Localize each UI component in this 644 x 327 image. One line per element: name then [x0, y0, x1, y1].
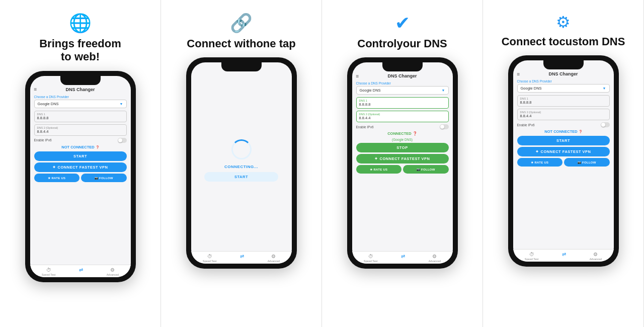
link-icon: 🔗: [230, 14, 253, 32]
dns-select-4[interactable]: Google DNS ▼: [517, 84, 610, 93]
hamburger-icon-4: ≡: [517, 71, 520, 77]
rate-us-button-1[interactable]: ★ RATE US: [34, 174, 80, 182]
notch-1: [60, 76, 101, 85]
ipv6-toggle-4[interactable]: [601, 122, 610, 127]
status-3: CONNECTED ❓: [356, 131, 449, 136]
start-button-4[interactable]: START: [517, 136, 610, 145]
connect-fastest-3[interactable]: ✦ CONNECT FASTEST VPN: [356, 154, 449, 164]
ipv6-toggle-1[interactable]: [118, 138, 127, 143]
speed-test-tab-4[interactable]: ⏱ Speed Test: [525, 252, 538, 261]
ipv6-row-1: Enable IPv6: [34, 138, 127, 143]
advanced-tab-1[interactable]: ⚙ Advanced: [107, 267, 119, 276]
hamburger-icon-3: ≡: [356, 73, 359, 79]
panel-title-3: Controlyour DNS: [357, 37, 447, 50]
ipv6-row-4: Enable IPv6: [517, 122, 610, 127]
dns1-field-3: DNS 1 8.8.8.8: [356, 97, 449, 109]
notch-3: [382, 62, 423, 71]
dropdown-arrow-4: ▼: [603, 87, 606, 90]
speed-test-tab-2[interactable]: ⏱ Speed Test: [203, 254, 216, 263]
start-button-2[interactable]: START: [204, 172, 278, 182]
status-sub-3: (Google DNS): [356, 138, 449, 141]
connecting-text: CONNECTING...: [224, 165, 258, 169]
bottom-bar-4: ⏱ Speed Test ⇌ ⚙ Advanced: [513, 249, 614, 262]
rate-us-button-4[interactable]: ★ RATE US: [517, 158, 563, 167]
bottom-bar-3: ⏱ Speed Test ⇌ ⚙ Advanced: [352, 251, 453, 264]
checkmark-icon: ✔: [395, 14, 410, 32]
dns-select-1[interactable]: Google DNS ▼: [34, 100, 127, 108]
phone-mockup-4: ≡ DNS Changer Choose a DNS Provider Goog…: [508, 55, 619, 267]
dns-select-3[interactable]: Google DNS ▼: [356, 86, 449, 95]
start-button-1[interactable]: START: [34, 151, 127, 161]
dns-provider-label-3: Choose a DNS Provider: [356, 81, 449, 85]
notch-4: [543, 60, 584, 69]
panel-connect: 🔗 Connect withone tap CONNECTING... STAR…: [161, 0, 322, 327]
home-tab-1[interactable]: ⇌: [79, 267, 83, 276]
panel-title-1: Brings freedomto web!: [39, 37, 121, 64]
advanced-tab-4[interactable]: ⚙ Advanced: [590, 252, 602, 261]
notch-2: [221, 62, 262, 71]
status-4: NOT CONNECTED ❓: [517, 129, 610, 134]
follow-button-1[interactable]: 📷 FOLLOW: [81, 174, 127, 182]
dropdown-arrow-3: ▼: [442, 89, 445, 92]
phone-mockup-2: CONNECTING... START ⏱ Speed Test ⇌ ⚙ Adv…: [186, 57, 297, 269]
loading-spinner: [231, 139, 252, 159]
dropdown-arrow-1: ▼: [120, 102, 123, 106]
rate-follow-row-4: ★ RATE US 📷 FOLLOW: [517, 158, 610, 167]
ipv6-row-3: Enable IPv6: [356, 124, 449, 129]
rate-follow-row-1: ★ RATE US 📷 FOLLOW: [34, 174, 127, 182]
rate-us-button-3[interactable]: ★ RATE US: [356, 165, 402, 174]
rate-follow-row-3: ★ RATE US 📷 FOLLOW: [356, 165, 449, 174]
screen-3: ≡ DNS Changer Choose a DNS Provider Goog…: [352, 62, 453, 251]
speed-test-tab-1[interactable]: ⏱ Speed Test: [42, 267, 55, 276]
connecting-screen: CONNECTING... START: [191, 62, 292, 251]
follow-button-4[interactable]: 📷 FOLLOW: [564, 158, 610, 167]
connect-fastest-4[interactable]: ✦ CONNECT FASTEST VPN: [517, 147, 610, 156]
phone-mockup-3: ≡ DNS Changer Choose a DNS Provider Goog…: [347, 57, 458, 269]
dns2-field-4: DNS 2 (Optional) 8.8.4.4: [517, 109, 610, 120]
ipv6-toggle-3[interactable]: [440, 124, 449, 129]
home-tab-3[interactable]: ⇌: [401, 254, 405, 263]
settings-icon: ⚙: [556, 14, 571, 30]
bottom-bar-1: ⏱ Speed Test ⇌ ⚙ Advanced: [30, 265, 131, 277]
dns1-field-1: DNS 1 8.8.8.8: [34, 111, 127, 122]
stop-button[interactable]: STOP: [356, 143, 449, 152]
home-tab-2[interactable]: ⇌: [240, 254, 244, 263]
screen-title-3: DNS Changer: [387, 73, 417, 78]
screen-4: ≡ DNS Changer Choose a DNS Provider Goog…: [513, 60, 614, 249]
dns1-field-4: DNS 1 8.8.8.8: [517, 95, 610, 107]
advanced-tab-3[interactable]: ⚙ Advanced: [429, 254, 441, 263]
hamburger-icon-1: ≡: [34, 87, 37, 92]
speed-test-tab-3[interactable]: ⏱ Speed Test: [364, 254, 377, 263]
panel-title-2: Connect withone tap: [187, 37, 295, 50]
follow-button-3[interactable]: 📷 FOLLOW: [403, 165, 449, 174]
panel-freedom: 🌐 Brings freedomto web! ≡ DNS Changer Ch…: [0, 0, 161, 327]
status-1: NOT CONNECTED ❓: [34, 145, 127, 149]
home-tab-4[interactable]: ⇌: [562, 252, 566, 261]
dns-provider-label-1: Choose a DNS Provider: [34, 95, 127, 99]
globe-icon: 🌐: [69, 14, 92, 32]
bottom-bar-2: ⏱ Speed Test ⇌ ⚙ Advanced: [191, 251, 292, 264]
screen-1: ≡ DNS Changer Choose a DNS Provider Goog…: [30, 76, 131, 265]
dns2-field-3: DNS 2 (Optional) 8.8.4.4: [356, 111, 449, 122]
panel-title-4: Connect tocustom DNS: [502, 35, 625, 48]
screen-title-1: DNS Changer: [65, 87, 95, 92]
phone-mockup-1: ≡ DNS Changer Choose a DNS Provider Goog…: [25, 71, 136, 282]
dns2-field-1: DNS 2 (Optional) 8.8.4.4: [34, 124, 127, 136]
screen-title-4: DNS Changer: [548, 71, 578, 76]
dns-provider-label-4: Choose a DNS Provider: [517, 79, 610, 83]
advanced-tab-2[interactable]: ⚙ Advanced: [268, 254, 280, 263]
connect-fastest-1[interactable]: ✦ CONNECT FASTEST VPN: [34, 162, 127, 172]
panel-control-dns: ✔ Controlyour DNS ≡ DNS Changer Choose a…: [322, 0, 483, 327]
panel-custom-dns: ⚙ Connect tocustom DNS ≡ DNS Changer Cho…: [483, 0, 644, 327]
